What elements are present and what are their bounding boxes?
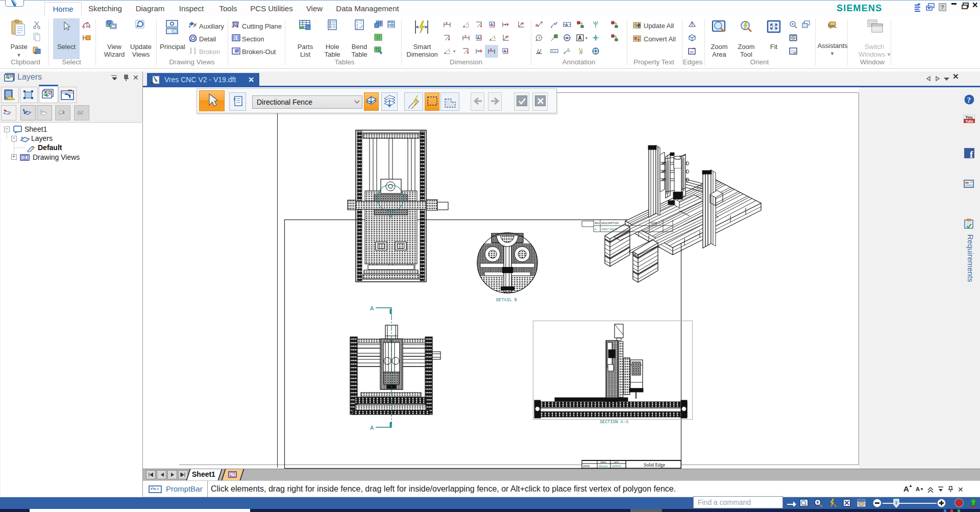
svg-text:REV: REV xyxy=(595,222,600,225)
svg-text:DATE: DATE xyxy=(614,461,619,464)
svg-text:A: A xyxy=(370,425,374,431)
svg-text:NAME: NAME xyxy=(600,461,606,464)
svg-text:DRAW: DRAW xyxy=(583,465,590,468)
svg-text:Wertyuio: Wertyuio xyxy=(599,465,608,468)
svg-text:DETAIL B: DETAIL B xyxy=(496,298,517,303)
svg-text:SECTION A-A: SECTION A-A xyxy=(600,420,629,425)
svg-text:FIRST ISSUE: FIRST ISSUE xyxy=(601,228,617,231)
svg-text:DATE: DATE xyxy=(650,222,657,225)
svg-text:A: A xyxy=(370,305,374,311)
svg-text:Solid Edge: Solid Edge xyxy=(644,462,665,468)
svg-text:?: ? xyxy=(941,4,944,10)
svg-text:DESCRIPTION: DESCRIPTION xyxy=(601,222,619,225)
svg-text:18/05/20: 18/05/20 xyxy=(612,465,621,468)
svg-text:A: A xyxy=(595,228,597,231)
svg-text:abc: abc xyxy=(151,486,154,489)
